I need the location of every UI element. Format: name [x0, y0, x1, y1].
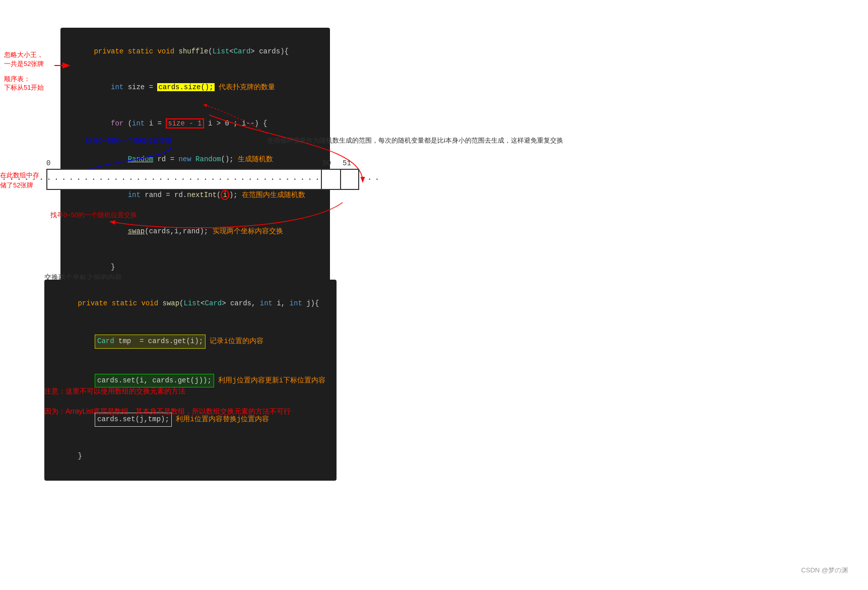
swap-line-1: private static void swap(List<Card> card… — [52, 286, 328, 321]
array-diagram: ········································… — [46, 169, 359, 190]
swap-line-4: cards.set(j,tmp); 利用i位置内容替换j位置内容 — [52, 401, 328, 438]
array-index-50: 50 — [322, 159, 331, 167]
swap-line-5: } — [52, 439, 328, 475]
swap-line-2: Card tmp = cards.get(i); 记录i位置的内容 — [52, 322, 328, 360]
array-index-0: 0 — [46, 159, 50, 167]
annotation-start51: 下标从51开始 — [4, 83, 44, 92]
code-block-swap: private static void swap(List<Card> card… — [44, 280, 337, 481]
code-line-1: private static void shuffle(List<Card> c… — [69, 34, 322, 70]
annotation-ignore: 忽略大小王， — [4, 50, 43, 59]
watermark: CSDN @梦の渊 — [801, 566, 848, 575]
annotation-array-store: 在此数组中存储了52张牌 — [0, 170, 43, 190]
annotation-find-0-49: 找寻0~49的一个随机位置交换 — [86, 136, 172, 145]
array-index-51: 51 — [343, 159, 351, 167]
annotation-52: 一共是52张牌 — [4, 59, 44, 69]
code-line-2: int size = cards.size(); 代表扑克牌的数量 — [69, 70, 322, 105]
note-2: 因为：ArrayList底层是数组，其本身不是数组，所以数组交换元素的方法不可行 — [44, 407, 291, 416]
annotation-random-range: 使用循环变量作为随机数生成的范围，每次的随机变量都是比i本身小的范围去生成，这样… — [267, 136, 650, 145]
annotation-find-0-50: 找寻0~50的一个随机位置交换 — [50, 211, 137, 220]
page-container: private static void shuffle(List<Card> c… — [0, 0, 868, 590]
note-1: 注意：这里不可以使用数组的交换元素的方法 — [44, 387, 185, 396]
annotation-order: 顺序表： — [4, 75, 30, 84]
